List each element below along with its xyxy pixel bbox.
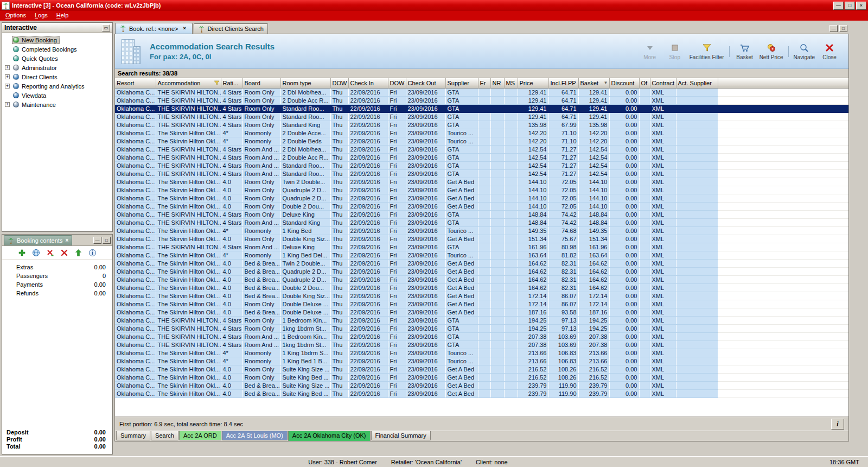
navigate-button[interactable]: Navigate — [792, 41, 817, 62]
facilities-filter-button[interactable]: Facilities Filter — [687, 41, 726, 62]
sidebar-item-quick-quotes[interactable]: Quick Quotes — [2, 54, 112, 63]
table-row[interactable]: Oklahoma C...THE SKIRVIN HILTON...4 Star… — [115, 332, 848, 340]
column-header-of[interactable]: Of — [639, 78, 650, 88]
bottom-tab-acc-2a-st-louis-mo[interactable]: Acc 2A St Louis (MO) — [222, 431, 288, 440]
table-row[interactable]: Oklahoma C...THE SKIRVIN HILTON...4 Star… — [115, 218, 848, 226]
close-window-button[interactable]: × — [856, 2, 866, 10]
column-header-dow[interactable]: DOW — [388, 78, 406, 88]
table-row[interactable]: Oklahoma C...The Skirvin Hilton Okl...4*… — [115, 129, 848, 137]
bottom-tab-financial-summary[interactable]: Financial Summary — [371, 431, 431, 440]
column-header-ms[interactable]: MS — [504, 78, 518, 88]
booking-list-item-passengers[interactable]: Passengers0 — [2, 272, 112, 280]
table-row[interactable]: Oklahoma C...THE SKIRVIN HILTON...4 Star… — [115, 210, 848, 218]
table-row[interactable]: Oklahoma C...THE SKIRVIN HILTON...4 Star… — [115, 88, 848, 96]
booking-restore-button[interactable]: □ — [103, 237, 111, 244]
menu-logs[interactable]: Logs — [30, 11, 52, 21]
column-header-discount[interactable]: Discount — [609, 78, 639, 88]
table-row[interactable]: Oklahoma C...THE SKIRVIN HILTON...4 Star… — [115, 121, 848, 129]
column-header-basket[interactable]: Basket▼ — [578, 78, 609, 88]
globe-icon[interactable] — [32, 249, 40, 257]
table-row[interactable]: Oklahoma C...The Skirvin Hilton Okl...4.… — [115, 267, 848, 275]
panel-collapse-button[interactable]: ▭ — [102, 24, 110, 31]
booking-list-item-refunds[interactable]: Refunds0.00 — [2, 289, 112, 298]
column-header-check-in[interactable]: Check In — [348, 78, 388, 88]
bottom-tab-acc-2a-oklahoma-city-ok[interactable]: Acc 2A Oklahoma City (OK) — [288, 431, 371, 441]
minimize-button[interactable]: — — [833, 2, 844, 10]
sidebar-item-direct-clients[interactable]: +Direct Clients — [2, 72, 112, 81]
booking-list-item-extras[interactable]: Extras0.00 — [2, 263, 112, 272]
table-row[interactable]: Oklahoma C...THE SKIRVIN HILTON...4 Star… — [115, 243, 848, 251]
table-row[interactable]: Oklahoma C...The Skirvin Hilton Okl...4*… — [115, 137, 848, 145]
booking-contents-close-icon[interactable]: × — [65, 238, 68, 243]
column-header-contract[interactable]: Contract — [650, 78, 676, 88]
table-row[interactable]: Oklahoma C...The Skirvin Hilton Okl...4.… — [115, 202, 848, 210]
booking-list-item-payments[interactable]: Payments0.00 — [2, 280, 112, 289]
column-header-check-out[interactable]: Check Out — [406, 78, 445, 88]
basket-button[interactable]: Basket — [732, 41, 757, 62]
delete-icon[interactable] — [60, 249, 68, 257]
column-header-er[interactable]: Er — [478, 78, 490, 88]
column-header-resort[interactable]: Resort — [115, 78, 156, 88]
table-row[interactable]: Oklahoma C...THE SKIRVIN HILTON...4 Star… — [115, 340, 848, 349]
table-row[interactable]: Oklahoma C...The Skirvin Hilton Okl...4.… — [115, 389, 848, 397]
table-row[interactable]: Oklahoma C...THE SKIRVIN HILTON...4 Star… — [115, 161, 848, 169]
info-icon[interactable] — [88, 249, 97, 257]
table-row[interactable]: Oklahoma C...The Skirvin Hilton Okl...4*… — [115, 226, 848, 235]
column-header-board[interactable]: Board — [242, 78, 280, 88]
column-header-incl-fl-pp[interactable]: Incl.Fl.PP — [548, 78, 578, 88]
close-button[interactable]: Close — [817, 41, 842, 62]
table-row[interactable]: Oklahoma C...The Skirvin Hilton Okl...4.… — [115, 283, 848, 292]
booking-minimize-button[interactable]: — — [93, 237, 101, 244]
info-button[interactable]: i — [831, 419, 844, 430]
tab-close-icon[interactable]: × — [181, 25, 188, 32]
table-row[interactable]: Oklahoma C...The Skirvin Hilton Okl...4*… — [115, 251, 848, 259]
sidebar-item-viewdata[interactable]: Viewdata — [2, 91, 112, 100]
column-header-price[interactable]: Price — [518, 78, 548, 88]
maximize-button[interactable]: □ — [845, 2, 855, 10]
sidebar-item-new-booking[interactable]: New Booking — [2, 35, 112, 45]
sidebar-item-completed-bookings[interactable]: Completed Bookings — [2, 45, 112, 54]
nett-price-button[interactable]: Nett Price — [757, 41, 786, 62]
table-row[interactable]: Oklahoma C...The Skirvin Hilton Okl...4.… — [115, 186, 848, 194]
bottom-tab-summary[interactable]: Summary — [116, 431, 150, 440]
table-row[interactable]: Oklahoma C...THE SKIRVIN HILTON...4 Star… — [115, 96, 848, 104]
table-row[interactable]: Oklahoma C...The Skirvin Hilton Okl...4.… — [115, 259, 848, 267]
column-header-accommodation[interactable]: Accommodation — [156, 78, 221, 88]
table-row[interactable]: Oklahoma C...THE SKIRVIN HILTON...4 Star… — [115, 145, 848, 153]
table-row[interactable]: Oklahoma C...The Skirvin Hilton Okl...4.… — [115, 235, 848, 243]
bottom-tab-acc-2a-ord[interactable]: Acc 2A ORD — [179, 431, 221, 440]
column-header-nr[interactable]: NR — [490, 78, 504, 88]
table-row[interactable]: Oklahoma C...THE SKIRVIN HILTON...4 Star… — [115, 316, 848, 324]
booking-contents-tab[interactable]: Booking contents × — [4, 235, 72, 245]
column-header-dow[interactable]: DOW — [330, 78, 348, 88]
table-row[interactable]: Oklahoma C...The Skirvin Hilton Okl...4.… — [115, 308, 848, 316]
column-header-room-type[interactable]: Room type — [280, 78, 330, 88]
table-row[interactable]: Oklahoma C...The Skirvin Hilton Okl...4.… — [115, 300, 848, 308]
tab-book-ref[interactable]: Book. ref.: <none> × — [115, 23, 193, 34]
column-header-act-supplier[interactable]: Act. Supplier — [676, 78, 718, 88]
mdi-restore-button[interactable]: □ — [839, 25, 847, 32]
sidebar-item-administrator[interactable]: +Administrator — [2, 63, 112, 72]
table-row[interactable]: Oklahoma C...The Skirvin Hilton Okl...4*… — [115, 357, 848, 365]
table-row[interactable]: Oklahoma C...The Skirvin Hilton Okl...4.… — [115, 292, 848, 300]
expander-icon[interactable]: + — [5, 84, 10, 89]
table-row[interactable]: Oklahoma C...THE SKIRVIN HILTON...4 Star… — [115, 169, 848, 178]
column-header-supplier[interactable]: Supplier — [445, 78, 478, 88]
table-row[interactable]: Oklahoma C...The Skirvin Hilton Okl...4*… — [115, 349, 848, 357]
expander-icon[interactable]: + — [5, 65, 10, 70]
column-header-rati[interactable]: Rati... — [221, 78, 242, 88]
table-row[interactable]: Oklahoma C...THE SKIRVIN HILTON...4 Star… — [115, 324, 848, 332]
tab-direct-clients-search[interactable]: Direct Clients Search — [194, 23, 268, 34]
table-row[interactable]: Oklahoma C...The Skirvin Hilton Okl...4.… — [115, 194, 848, 202]
table-row[interactable]: Oklahoma C...THE SKIRVIN HILTON...4 Star… — [115, 153, 848, 161]
expander-icon[interactable]: + — [5, 74, 10, 79]
table-row[interactable]: Oklahoma C...The Skirvin Hilton Okl...4.… — [115, 373, 848, 381]
table-row[interactable]: Oklahoma C...The Skirvin Hilton Okl...4.… — [115, 178, 848, 186]
expander-icon[interactable]: + — [5, 102, 10, 107]
sidebar-item-reporting-and-analytics[interactable]: +Reporting and Analytics — [2, 81, 112, 91]
table-row[interactable]: Oklahoma C...The Skirvin Hilton Okl...4.… — [115, 381, 848, 389]
add-icon[interactable] — [18, 249, 26, 257]
bottom-tab-search[interactable]: Search — [151, 431, 178, 440]
remove-icon[interactable] — [46, 249, 54, 257]
menu-options[interactable]: Options — [1, 11, 30, 21]
